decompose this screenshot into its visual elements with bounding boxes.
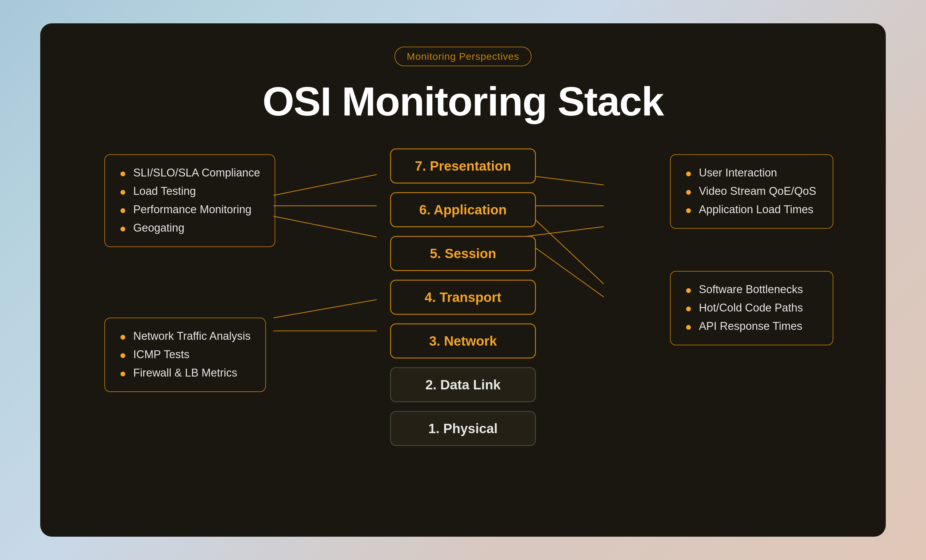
osi-layer-5: 5. Session [390,236,536,271]
right-box-top: ● User Interaction ● Video Stream QoE/Qo… [670,154,833,229]
list-item: ● Video Stream QoE/QoS [685,185,818,198]
bullet-icon: ● [685,167,692,180]
osi-layer-3: 3. Network [390,324,536,359]
osi-layer-6: 6. Application [390,192,536,227]
svg-line-0 [274,174,377,195]
list-item: ● Geogating [120,222,260,235]
list-item: ● API Response Times [685,320,818,333]
diagram-area: ● SLI/SLO/SLA Compliance ● Load Testing … [75,148,851,513]
bullet-icon: ● [685,321,692,333]
bullet-icon: ● [120,204,126,216]
bullet-icon: ● [120,330,126,343]
list-item: ● Load Testing [120,185,260,198]
list-item: ● Application Load Times [685,203,818,216]
list-item: ● Hot/Cold Code Paths [685,301,818,315]
list-item: ● Network Traffic Analysis [120,330,251,343]
bullet-icon: ● [685,284,692,296]
list-item: ● User Interaction [685,166,818,180]
main-title: OSI Monitoring Stack [262,78,664,125]
osi-stack: 7. Presentation 6. Application 5. Sessio… [390,148,536,446]
osi-layer-7: 7. Presentation [390,148,536,183]
left-box-bottom: ● Network Traffic Analysis ● ICMP Tests … [104,318,266,392]
osi-layer-2: 2. Data Link [390,367,536,402]
bullet-icon: ● [120,222,126,235]
list-item: ● Software Bottlenecks [685,283,818,296]
list-item: ● SLI/SLO/SLA Compliance [120,166,260,180]
osi-layer-4: 4. Transport [390,280,536,315]
osi-layer-1: 1. Physical [390,411,536,446]
badge: Monitoring Perspectives [395,47,531,66]
bullet-icon: ● [120,167,126,180]
list-item: ● Firewall & LB Metrics [120,366,251,380]
left-box-top: ● SLI/SLO/SLA Compliance ● Load Testing … [104,154,275,247]
bullet-icon: ● [120,186,126,198]
list-item: ● ICMP Tests [120,348,251,362]
svg-line-3 [274,300,377,318]
bullet-icon: ● [685,302,692,315]
right-box-bottom: ● Software Bottlenecks ● Hot/Cold Code P… [670,271,833,345]
bullet-icon: ● [685,186,692,198]
bullet-icon: ● [685,204,692,216]
bullet-icon: ● [120,349,126,362]
main-window: Monitoring Perspectives OSI Monitoring S… [40,23,886,537]
svg-line-2 [274,216,377,237]
bullet-icon: ● [120,367,126,380]
list-item: ● Performance Monitoring [120,203,260,216]
